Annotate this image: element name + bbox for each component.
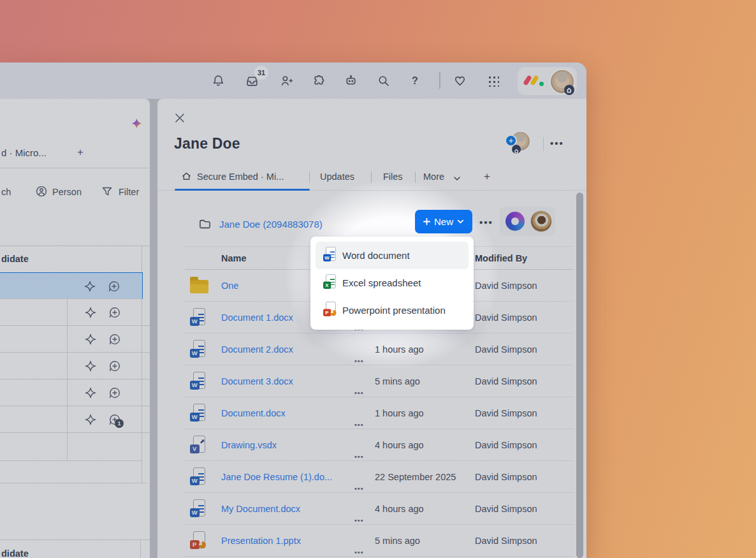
invite-member-icon[interactable]: [280, 74, 293, 87]
panel-splitter[interactable]: [150, 99, 157, 558]
help-icon[interactable]: ?: [412, 75, 418, 87]
modified-by: David Simpson: [475, 493, 537, 525]
tab-divider: [415, 172, 416, 183]
file-name-link[interactable]: Document 2.docx: [221, 334, 293, 365]
add-comment-bubble-icon[interactable]: [108, 305, 122, 319]
modified-time: 1 hours ago: [375, 334, 424, 365]
board-tab-label[interactable]: d · Micro...: [1, 147, 47, 159]
board-row[interactable]: 1: [0, 406, 150, 433]
file-type-icon: [190, 467, 207, 487]
ai-suggest-icon[interactable]: [84, 386, 98, 400]
board-row[interactable]: [0, 299, 150, 326]
tab-more[interactable]: More: [423, 169, 444, 184]
row-menu-icon[interactable]: [354, 536, 364, 558]
file-row[interactable]: Presentation 1.pptx 5 mins ago David Sim…: [185, 525, 574, 557]
file-row[interactable]: Drawing.vsdx 4 hours ago David Simpson: [185, 429, 574, 461]
add-comment-bubble-icon[interactable]: [107, 279, 121, 293]
board-panel: d · Micro... + ch Person Filter didate: [0, 99, 150, 558]
board-row[interactable]: [0, 353, 150, 379]
panel-divider: [0, 168, 150, 168]
modified-by: David Simpson: [475, 525, 537, 557]
file-name-link[interactable]: My Document.docx: [221, 493, 300, 525]
file-type-icon: [190, 531, 207, 550]
menu-item[interactable]: Word document: [316, 242, 469, 269]
apps-grid-icon[interactable]: [488, 75, 499, 87]
search-icon[interactable]: [377, 74, 390, 87]
modified-by: David Simpson: [475, 429, 537, 461]
modified-by: David Simpson: [475, 334, 537, 365]
modified-time: 1 hours ago: [375, 397, 424, 429]
new-file-button[interactable]: New: [415, 210, 472, 233]
comment-count-badge: 1: [115, 419, 124, 428]
ai-suggest-icon[interactable]: [84, 305, 98, 319]
file-name-link[interactable]: Presentation 1.pptx: [221, 525, 301, 557]
file-name-link[interactable]: Drawing.vsdx: [221, 429, 277, 461]
search-label[interactable]: ch: [1, 185, 11, 199]
integrations-puzzle-icon[interactable]: [312, 74, 326, 87]
new-file-dropdown-menu: Word document Excel spreadsheet Powerpoi…: [310, 237, 474, 330]
column-header-name[interactable]: Name: [221, 247, 247, 270]
file-type-icon: [190, 372, 207, 391]
filter-button[interactable]: Filter: [119, 185, 139, 199]
file-name-link[interactable]: One: [221, 270, 238, 302]
header-divider: [543, 137, 544, 151]
file-type-icon: [323, 302, 337, 318]
vertical-scrollbar[interactable]: [576, 193, 583, 558]
menu-item[interactable]: Powerpoint presentation: [316, 297, 469, 324]
person-filter-button[interactable]: Person: [52, 185, 82, 199]
ai-sparkle-icon[interactable]: [131, 117, 143, 129]
file-row[interactable]: Document.docx 1 hours ago David Simpson: [185, 397, 574, 429]
item-tabs: Secure Embed · Mi... Updates Files More …: [157, 167, 586, 191]
file-row[interactable]: My Document.docx 4 hours ago David Simps…: [185, 493, 574, 525]
vibe-heart-icon[interactable]: [453, 74, 467, 87]
file-type-icon: [323, 247, 337, 263]
notifications-bell-icon[interactable]: [212, 74, 225, 87]
file-row[interactable]: Jane Doe Resume (1).do... 22 September 2…: [185, 461, 574, 493]
column-divider: [140, 540, 141, 558]
microsoft365-icon[interactable]: [505, 212, 525, 231]
person-icon: [35, 185, 48, 199]
ai-suggest-icon[interactable]: [83, 279, 97, 293]
chevron-down-icon: [457, 218, 464, 225]
file-name-link[interactable]: Jane Doe Resume (1).do...: [221, 461, 332, 493]
board-row[interactable]: [0, 379, 150, 406]
modified-time: 4 hours ago: [375, 429, 424, 461]
add-tab-button[interactable]: +: [484, 169, 490, 184]
file-name-link[interactable]: Document 1.docx: [221, 302, 293, 334]
account-pill: [518, 67, 577, 95]
modified-time: 22 September 2025: [375, 461, 456, 493]
modified-by: David Simpson: [475, 270, 537, 302]
item-card-panel: Jane Doe + ••• Secure Embed · Mi... Upda…: [157, 99, 586, 558]
file-row[interactable]: Document 2.docx 1 hours ago David Simpso…: [185, 334, 574, 365]
file-name-link[interactable]: Document 3.docx: [221, 365, 293, 397]
add-comment-bubble-icon[interactable]: [108, 386, 122, 400]
coffee-avatar[interactable]: [530, 210, 552, 232]
group-header: didate: [1, 547, 29, 558]
tab-secure-embed[interactable]: Secure Embed · Mi...: [197, 169, 284, 184]
ai-suggest-icon[interactable]: [84, 413, 98, 427]
close-icon[interactable]: [174, 112, 185, 124]
files-menu-icon[interactable]: •••: [479, 217, 493, 228]
tab-files[interactable]: Files: [383, 169, 403, 184]
board-row[interactable]: [0, 326, 150, 353]
menu-item[interactable]: Excel spreadsheet: [316, 269, 469, 297]
add-board-tab-button[interactable]: +: [77, 146, 84, 159]
modified-by: David Simpson: [475, 302, 537, 334]
plus-icon: [423, 218, 430, 225]
add-comment-bubble-icon[interactable]: [108, 332, 122, 346]
monday-logo[interactable]: [525, 75, 545, 87]
add-comment-bubble-icon[interactable]: [108, 359, 122, 373]
tab-updates[interactable]: Updates: [320, 169, 354, 184]
board-row[interactable]: [0, 272, 143, 299]
filter-funnel-icon: [101, 185, 113, 199]
column-header-modified-by[interactable]: Modified By: [475, 247, 527, 270]
item-menu-icon[interactable]: •••: [550, 138, 564, 149]
assistant-bot-icon[interactable]: [344, 74, 358, 87]
table-border: [0, 540, 150, 540]
file-type-icon: [190, 436, 207, 455]
file-row[interactable]: Document 3.docx 5 mins ago David Simpson: [185, 365, 574, 397]
ai-suggest-icon[interactable]: [84, 359, 98, 373]
breadcrumb-folder-link[interactable]: Jane Doe (2094883078): [219, 218, 323, 231]
file-name-link[interactable]: Document.docx: [221, 397, 286, 429]
ai-suggest-icon[interactable]: [84, 332, 98, 346]
